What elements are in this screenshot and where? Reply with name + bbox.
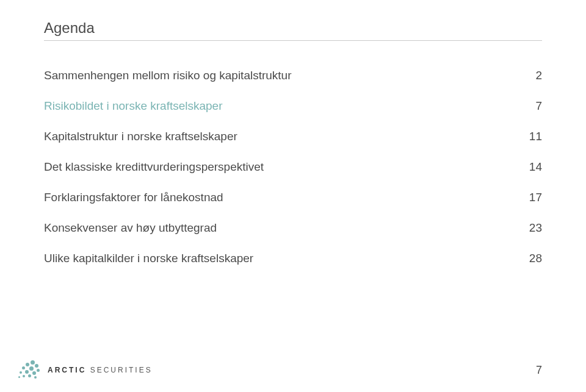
agenda-item-label: Risikobildet i norske kraftselskaper [44,99,518,113]
agenda-item-label: Forklaringsfaktorer for lånekostnad [44,191,518,204]
brand-logo-icon [17,359,42,381]
agenda-item: Det klassiske kredittvurderingsperspekti… [44,160,542,174]
agenda-item: Konsekvenser av høy utbyttegrad 23 [44,221,542,235]
agenda-item-label: Ulike kapitalkilder i norske kraftselska… [44,252,518,265]
agenda-item: Sammenhengen mellom risiko og kapitalstr… [44,69,542,82]
agenda-item-label: Kapitalstruktur i norske kraftselskaper [44,130,518,143]
page-number: 7 [536,364,542,377]
brand-text-rest: SECURITIES [86,366,152,374]
agenda-item-page: 23 [518,221,542,235]
brand-text-bold: ARCTIC [48,366,86,374]
agenda-item-page: 14 [518,160,542,174]
agenda-item-page: 2 [518,69,542,82]
agenda-item-label: Det klassiske kredittvurderingsperspekti… [44,160,518,174]
agenda-item: Forklaringsfaktorer for lånekostnad 17 [44,191,542,204]
agenda-item-label: Sammenhengen mellom risiko og kapitalstr… [44,69,518,82]
agenda-item-page: 17 [518,191,542,204]
slide-footer: ARCTIC SECURITIES 7 [0,359,586,381]
brand: ARCTIC SECURITIES [17,359,153,381]
agenda-item: Ulike kapitalkilder i norske kraftselska… [44,252,542,265]
brand-text: ARCTIC SECURITIES [48,366,153,374]
agenda-item-label: Konsekvenser av høy utbyttegrad [44,221,518,235]
agenda-list: Sammenhengen mellom risiko og kapitalstr… [44,69,542,265]
agenda-item: Kapitalstruktur i norske kraftselskaper … [44,130,542,143]
agenda-item: Risikobildet i norske kraftselskaper 7 [44,99,542,113]
page-title: Agenda [44,20,542,41]
agenda-item-page: 7 [518,99,542,113]
agenda-item-page: 11 [518,130,542,143]
slide-content: Agenda Sammenhengen mellom risiko og kap… [0,0,586,265]
agenda-item-page: 28 [518,252,542,265]
